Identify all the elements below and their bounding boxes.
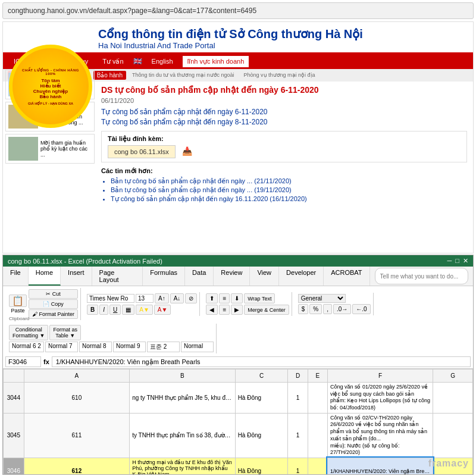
excel-file-title: cong bo 06.11.xlsx - Excel (Product Acti…	[8, 258, 162, 265]
file-link[interactable]: cong bo 06.11.xlsx	[108, 145, 176, 158]
font-decrease-btn[interactable]: A↓	[170, 293, 184, 303]
excel-tab-data[interactable]: Data	[185, 267, 214, 286]
format-painter-button[interactable]: 🖌 Format Painter	[29, 309, 78, 319]
news-item-1[interactable]: Bản tự công bố sản phẩm cập nhật đến ngà…	[111, 177, 467, 185]
sidebar: Cuộc thi onlineThiếu nhi và nặng lượng K…	[5, 70, 95, 166]
style-normal-9[interactable]: Normal 9	[113, 342, 146, 352]
sidebar-img-3	[8, 137, 38, 161]
sub-nav-linh-vuc[interactable]: Phòng vụ thương mại nội địa	[240, 71, 319, 80]
align-bottom-btn[interactable]: ⬇	[231, 293, 243, 303]
conditional-format-btn[interactable]: ConditionalFormatting ▼	[9, 325, 48, 340]
excel-tab-insert[interactable]: Insert	[61, 267, 92, 286]
sidebar-item-1[interactable]: Cuộc thi onlineThiếu nhi và nặng lượng	[5, 70, 95, 99]
cell-a-3046[interactable]: 612	[24, 458, 129, 475]
style-normal-7[interactable]: Normal 7	[45, 342, 78, 352]
excel-tab-acrobat[interactable]: ACROBAT	[324, 267, 369, 286]
excel-tab-formulas[interactable]: Formulas	[143, 267, 185, 286]
cell-a-3045[interactable]: 611	[24, 413, 129, 458]
copy-button[interactable]: 📄 Copy	[29, 299, 78, 309]
sidebar-img-2	[8, 105, 38, 129]
excel-tab-view[interactable]: View	[250, 267, 279, 286]
formula-input[interactable]	[52, 356, 471, 367]
download-icon[interactable]: 📥	[182, 146, 192, 156]
content-link-2[interactable]: Tự công bố sản phẩm cập nhật đến ngày 8-…	[101, 118, 467, 126]
news-item-3[interactable]: Tự công bố sản phẩm cập nhật đến ngày 16…	[111, 195, 467, 203]
cut-button[interactable]: ✂ Cut	[29, 289, 78, 299]
cell-c-3046[interactable]: Hà Đông	[235, 458, 288, 475]
excel-tab-review[interactable]: Review	[214, 267, 250, 286]
cell-f-3046[interactable]: 1/KHANHHUYEN/2020: Viên ngậm Breath Pear…	[327, 458, 433, 475]
cell-g-3045[interactable]	[433, 413, 473, 458]
font-size-input[interactable]	[136, 294, 154, 303]
comma-btn[interactable]: %	[309, 304, 322, 314]
wrap-text-btn[interactable]: Wrap Text	[244, 293, 275, 303]
nav-van-ban[interactable]: Văn bản pháp quy	[30, 56, 93, 67]
cell-g-3044[interactable]	[433, 383, 473, 414]
browser-url-bar[interactable]: congthuong.hanoi.gov.vn/default.aspx?pag…	[2, 2, 474, 19]
cell-b-3045[interactable]: ty TNHH thực phẩm Tin số 38, đường Văn P…	[130, 413, 235, 458]
align-center-btn[interactable]: ≡	[219, 305, 230, 315]
minimize-btn[interactable]: ─	[447, 257, 452, 265]
cell-d-3044[interactable]: 1	[288, 383, 308, 414]
align-middle-btn[interactable]: ≡	[219, 293, 230, 303]
format-table-btn[interactable]: Format asTable ▼	[49, 325, 81, 340]
sidebar-item-2[interactable]: Kết quả Cuộc thi thiết kế mẫu sản phẩm t…	[5, 102, 95, 131]
paste-button[interactable]: 📋	[9, 295, 27, 307]
cell-e-3044[interactable]	[308, 383, 327, 414]
cell-c-3044[interactable]: Hà Đông	[235, 383, 288, 414]
cell-f-3045[interactable]: Công văn số 02/CV-TH/2020 ngày 26/6/2020…	[327, 413, 433, 458]
cell-ref-input[interactable]	[5, 356, 41, 367]
style-pyojun-2[interactable]: 표준 2	[147, 342, 180, 352]
maximize-btn[interactable]: □	[455, 257, 459, 265]
news-item-2[interactable]: Bản tự công bố sản phẩm cập nhật đến ngà…	[111, 186, 467, 194]
font-color-btn[interactable]: A▼	[154, 305, 171, 315]
cell-e-3045[interactable]	[308, 413, 327, 458]
nav-ic[interactable]: IC	[9, 56, 25, 67]
nav-linh-vuc[interactable]: lĩnh vực kinh doanh	[183, 56, 249, 67]
number-format-select[interactable]: General	[298, 294, 346, 303]
ribbon-clipboard: 📋 Paste ✂ Cut 📄 Copy 🖌 Format Painter Cl…	[7, 288, 81, 320]
font-name-input[interactable]	[87, 294, 134, 303]
style-normal-6-2[interactable]: Normal 6 2	[9, 342, 44, 352]
sidebar-item-3[interactable]: Mời tham gia huấn phổ kỳ luật cho các ..…	[5, 134, 95, 164]
merge-center-btn[interactable]: Merge & Center	[244, 305, 289, 315]
nav-english[interactable]: English	[147, 56, 178, 67]
underline-btn[interactable]: U	[109, 305, 121, 315]
sub-nav-bao-hanh[interactable]: Bảo hành	[93, 71, 126, 80]
close-btn[interactable]: ✕	[463, 257, 468, 265]
style-normal-8[interactable]: Normal 8	[79, 342, 112, 352]
excel-tell-me-input[interactable]	[375, 268, 468, 284]
decimal-dec-btn[interactable]: ←.0	[352, 304, 370, 314]
fill-color-btn[interactable]: A▼	[136, 305, 153, 315]
style-normal[interactable]: Normal	[181, 342, 214, 352]
cell-b-3046[interactable]: H thương mại và đầu tư E khu đô thị Văn …	[130, 458, 235, 475]
italic-btn[interactable]: I	[99, 305, 108, 315]
percent-btn[interactable]: $	[298, 304, 309, 314]
sub-nav-extra[interactable]: Thông tin du tư và thương mại nước ngoài	[129, 71, 238, 80]
border-btn[interactable]: ▦	[122, 305, 134, 315]
excel-tab-page-layout[interactable]: Page Layout	[92, 267, 143, 286]
nav-tu-van[interactable]: Tư vấn	[98, 56, 128, 67]
cell-a-3044[interactable]: 610	[24, 383, 129, 414]
excel-tab-home[interactable]: Home	[29, 267, 61, 286]
font-clear-btn[interactable]: ⊘	[185, 293, 197, 303]
row-num-3046: 3046	[4, 458, 24, 475]
col-header-c: C	[235, 369, 288, 383]
align-right-btn[interactable]: ▶	[231, 305, 243, 315]
cell-d-3045[interactable]: 1	[288, 413, 308, 458]
excel-tab-developer[interactable]: Developer	[279, 267, 324, 286]
cell-e-3046[interactable]	[308, 458, 327, 475]
content-link-1[interactable]: Tự công bố sản phẩm cập nhật đến ngày 6-…	[101, 108, 467, 116]
font-increase-btn[interactable]: A↑	[155, 293, 169, 303]
cell-c-3045[interactable]: Hà Đông	[235, 413, 288, 458]
decimal-inc-btn[interactable]: .0→	[333, 304, 351, 314]
cell-b-3044[interactable]: ng ty TNHH thực phẩm Jfe 5, khu đô thị m…	[130, 383, 235, 414]
align-left-btn[interactable]: ◀	[206, 305, 218, 315]
bold-btn[interactable]: B	[87, 305, 98, 315]
ribbon-number: General $ % , .0→ ←.0	[296, 293, 374, 315]
comma2-btn[interactable]: ,	[323, 304, 332, 314]
cell-f-3044[interactable]: Công văn số 01/2020 ngày 25/6/2020 về vi…	[327, 383, 433, 414]
excel-tab-file[interactable]: File	[3, 267, 29, 286]
align-top-btn[interactable]: ⬆	[206, 293, 218, 303]
cell-d-3046[interactable]: 1	[288, 458, 308, 475]
